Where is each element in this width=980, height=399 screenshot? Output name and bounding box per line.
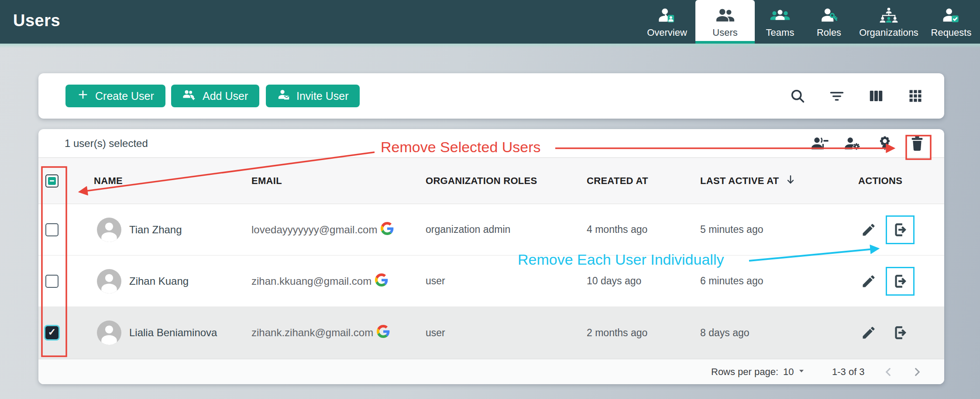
chevron-down-icon [797,366,806,378]
rows-per-page-select[interactable]: 10 [783,359,806,384]
row-checkbox[interactable] [45,275,58,288]
row-checkbox[interactable] [45,326,58,339]
user-email-cell: lovedayyyyyyy@gmail.com [251,204,394,255]
tab-teams[interactable]: Teams [755,0,805,44]
person-check-icon [942,7,960,24]
selection-bar: 1 user(s) selected [38,129,944,158]
remove-user-button[interactable] [890,322,911,343]
remove-user-button[interactable] [890,271,911,292]
remove-user-from-team-icon[interactable] [809,132,832,155]
last-active-label: LAST ACTIVE AT [700,175,779,187]
team-icon [770,7,790,24]
tab-overview[interactable]: Overview [639,0,695,44]
avatar [97,269,121,293]
person-badge-icon [658,7,676,24]
search-icon[interactable] [784,83,811,109]
user-name: Zihan Kuang [129,256,189,307]
pagination-range: 1-3 of 3 [832,359,865,384]
user-email-cell: zihank.zihank@gmail.com [251,307,390,358]
previous-page-icon[interactable] [878,359,899,384]
people-icon [715,7,735,24]
avatar [97,321,121,345]
rows-per-page-value: 10 [783,366,794,378]
user-created-at: 10 days ago [587,256,641,307]
selection-actions [809,129,928,158]
table-row: Zihan Kuang zihan.kkuang@gmail.com user … [38,256,944,307]
table-row: Tian Zhang lovedayyyyyyy@gmail.com organ… [38,204,944,256]
add-people-icon [182,88,196,104]
user-name: Tian Zhang [129,204,182,255]
filter-icon[interactable] [824,83,850,109]
tab-roles[interactable]: Roles [805,0,853,44]
google-icon [377,325,390,341]
edit-user-button[interactable] [859,323,878,342]
tab-organizations[interactable]: Organizations [853,0,925,44]
column-header-actions: ACTIONS [858,158,902,204]
invite-user-label: Invite User [296,90,348,102]
user-last-active: 5 minutes ago [700,204,763,255]
delete-icon[interactable] [906,132,928,155]
row-checkbox[interactable] [45,223,58,236]
google-icon [381,222,394,238]
user-email: zihan.kkuang@gmail.com [251,275,371,287]
app-bar: Users Overview [0,0,980,44]
selection-count: 1 user(s) selected [65,129,148,158]
column-header-email[interactable]: EMAIL [251,158,282,204]
google-icon [375,273,388,289]
create-user-label: Create User [95,90,154,102]
user-org-roles: organization admin [426,204,510,255]
user-email: lovedayyyyyyy@gmail.com [251,224,377,236]
remove-user-button[interactable] [890,219,911,240]
user-name: Lialia Beniaminova [129,307,217,358]
actions-toolbar-card: Create User Add User [38,73,944,119]
edit-user-button[interactable] [859,220,878,239]
column-header-org-roles[interactable]: ORGANIZATION ROLES [426,158,537,204]
sort-desc-icon [784,174,797,188]
tab-users-label: Users [712,27,737,38]
user-last-active: 6 minutes ago [700,256,763,307]
users-admin-page: Users Overview [0,0,980,399]
edit-user-button[interactable] [859,272,878,291]
user-last-active: 8 days ago [700,307,750,358]
user-created-at: 4 months ago [587,204,647,255]
next-page-icon[interactable] [906,359,927,384]
page-title: Users [13,11,60,30]
table-footer: Rows per page: 10 1-3 of 3 [38,359,944,384]
user-org-roles: user [426,256,445,307]
user-created-at: 2 months ago [587,307,647,358]
tab-organizations-label: Organizations [859,27,918,38]
columns-view-icon[interactable] [863,83,889,109]
avatar [97,218,121,242]
create-user-button[interactable]: Create User [65,85,165,107]
plus-icon [77,89,89,103]
user-org-roles: user [426,307,445,358]
tab-requests[interactable]: Requests [925,0,977,44]
table-header-row: NAME EMAIL ORGANIZATION ROLES CREATED AT… [38,158,944,204]
user-email-cell: zihan.kkuang@gmail.com [251,256,388,307]
column-header-name[interactable]: NAME [94,158,123,204]
table-tools [784,73,928,119]
users-table-card: 1 user(s) selected [38,129,944,384]
column-header-last-active[interactable]: LAST ACTIVE AT [700,158,797,204]
add-user-label: Add User [203,90,248,102]
person-mail-icon [277,88,290,104]
indeterminate-mark [48,177,56,185]
user-settings-icon[interactable] [841,132,864,155]
rows-per-page-label: Rows per page: [711,359,778,384]
award-icon[interactable] [873,132,896,155]
select-all-checkbox[interactable] [45,174,58,188]
tab-teams-label: Teams [766,27,794,38]
table-row: Lialia Beniaminova zihank.zihank@gmail.c… [38,307,944,359]
org-chart-icon [879,7,898,24]
add-user-button[interactable]: Add User [171,85,259,107]
tab-users[interactable]: Users [695,0,755,44]
nav-tabs: Overview Users [639,0,977,44]
tab-roles-label: Roles [817,27,841,38]
column-header-created-at[interactable]: CREATED AT [587,158,648,204]
user-email: zihank.zihank@gmail.com [251,327,373,339]
tab-overview-label: Overview [647,27,687,38]
person-key-icon [820,7,838,24]
tab-requests-label: Requests [931,27,972,38]
grid-view-icon[interactable] [902,83,928,109]
invite-user-button[interactable]: Invite User [266,85,360,107]
